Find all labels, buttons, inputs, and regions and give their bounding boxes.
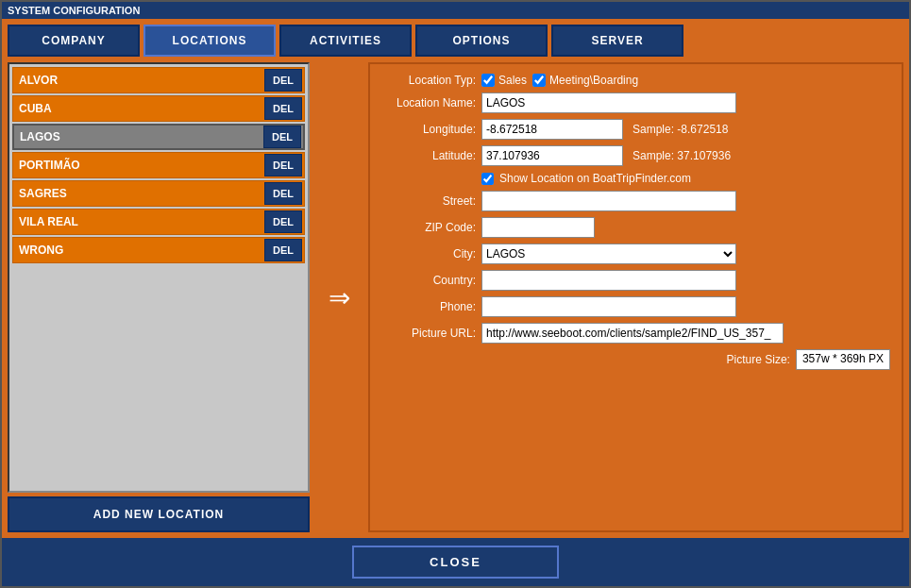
phone-input[interactable] bbox=[481, 296, 736, 317]
longitude-label: Longitude: bbox=[381, 123, 476, 136]
location-name-row: Location Name: bbox=[381, 92, 890, 113]
city-row: City: LAGOS bbox=[381, 244, 890, 264]
location-name-label: Location Name: bbox=[381, 96, 476, 109]
checkbox-meeting-container: Meeting\Boarding bbox=[532, 74, 638, 87]
picture-url-label: Picture URL: bbox=[381, 327, 476, 340]
left-panel: ALVOR DEL CUBA DEL LAGOS DEL bbox=[8, 62, 310, 532]
phone-label: Phone: bbox=[381, 300, 476, 313]
longitude-sample: Sample: -8.672518 bbox=[633, 123, 728, 136]
window-title: SYSTEM CONFIGURATION bbox=[8, 5, 140, 16]
checkbox-sales-container: Sales bbox=[481, 74, 527, 87]
checkbox-sales[interactable] bbox=[481, 74, 495, 87]
phone-row: Phone: bbox=[381, 296, 890, 317]
main-content: ALVOR DEL CUBA DEL LAGOS DEL bbox=[2, 57, 909, 538]
picture-size-value: 357w * 369h PX bbox=[796, 349, 890, 370]
list-item[interactable]: VILA REAL DEL bbox=[12, 209, 305, 235]
latitude-input[interactable] bbox=[481, 145, 623, 166]
list-item[interactable]: CUBA DEL bbox=[12, 95, 305, 122]
del-button-vilareal[interactable]: DEL bbox=[264, 210, 302, 233]
right-panel: Location Typ: Sales Meeting\Boarding Loc… bbox=[368, 62, 903, 532]
del-button-lagos[interactable]: DEL bbox=[263, 126, 301, 148]
street-label: Street: bbox=[381, 194, 476, 208]
latitude-sample: Sample: 37.107936 bbox=[633, 149, 731, 162]
picture-size-row: Picture Size: 357w * 369h PX bbox=[381, 349, 890, 370]
longitude-input[interactable] bbox=[481, 119, 623, 140]
show-location-label: Show Location on BoatTripFinder.com bbox=[499, 172, 691, 185]
location-type-label: Location Typ: bbox=[381, 74, 476, 87]
list-item[interactable]: ALVOR DEL bbox=[12, 67, 305, 93]
checkbox-sales-label: Sales bbox=[498, 74, 527, 87]
zip-label: ZIP Code: bbox=[381, 221, 476, 234]
street-row: Street: bbox=[381, 191, 890, 211]
list-item-label[interactable]: WRONG bbox=[13, 244, 264, 257]
country-label: Country: bbox=[381, 274, 476, 287]
locations-list-container: ALVOR DEL CUBA DEL LAGOS DEL bbox=[8, 62, 310, 493]
tab-company[interactable]: COMPANY bbox=[8, 25, 140, 57]
city-select[interactable]: LAGOS bbox=[481, 244, 736, 264]
show-location-row: Show Location on BoatTripFinder.com bbox=[481, 172, 890, 185]
country-input[interactable] bbox=[481, 270, 736, 291]
locations-list: ALVOR DEL CUBA DEL LAGOS DEL bbox=[9, 64, 308, 491]
zip-input[interactable] bbox=[481, 217, 595, 238]
street-input[interactable] bbox=[481, 191, 736, 211]
latitude-row: Latitude: Sample: 37.107936 bbox=[381, 145, 890, 166]
del-button-alvor[interactable]: DEL bbox=[264, 69, 302, 92]
list-item-label[interactable]: VILA REAL bbox=[13, 215, 264, 228]
list-item-label[interactable]: PORTIMÃO bbox=[13, 159, 264, 172]
show-location-checkbox[interactable] bbox=[481, 173, 494, 185]
list-item[interactable]: SAGRES DEL bbox=[12, 180, 305, 207]
picture-url-input[interactable] bbox=[481, 323, 784, 344]
list-item-label[interactable]: CUBA bbox=[13, 102, 264, 115]
del-button-portimao[interactable]: DEL bbox=[264, 154, 302, 176]
tab-server[interactable]: SERVER bbox=[551, 25, 683, 57]
checkbox-meeting-label: Meeting\Boarding bbox=[549, 74, 638, 87]
list-item-label[interactable]: LAGOS bbox=[14, 130, 263, 143]
del-button-wrong[interactable]: DEL bbox=[264, 239, 302, 261]
tab-locations[interactable]: LOCATIONS bbox=[143, 25, 276, 57]
add-new-location-button[interactable]: ADD NEW LOCATION bbox=[8, 496, 310, 532]
list-item[interactable]: WRONG DEL bbox=[12, 237, 305, 263]
arrow-indicator: ⇒ bbox=[315, 62, 363, 532]
list-item[interactable]: PORTIMÃO DEL bbox=[12, 152, 305, 178]
latitude-label: Latitude: bbox=[381, 149, 476, 162]
title-bar: SYSTEM CONFIGURATION bbox=[2, 2, 909, 19]
country-row: Country: bbox=[381, 270, 890, 291]
picture-size-label: Picture Size: bbox=[727, 353, 790, 366]
longitude-row: Longitude: Sample: -8.672518 bbox=[381, 119, 890, 140]
checkbox-meeting[interactable] bbox=[532, 74, 546, 87]
tab-bar: COMPANY LOCATIONS ACTIVITIES OPTIONS SER… bbox=[2, 19, 909, 57]
picture-url-row: Picture URL: bbox=[381, 323, 890, 344]
tab-activities[interactable]: ACTIVITIES bbox=[279, 25, 412, 57]
bottom-bar: CLOSE bbox=[2, 538, 909, 586]
main-window: SYSTEM CONFIGURATION COMPANY LOCATIONS A… bbox=[0, 0, 911, 588]
tab-options[interactable]: OPTIONS bbox=[415, 25, 548, 57]
location-type-row: Location Typ: Sales Meeting\Boarding bbox=[381, 74, 890, 87]
list-item-selected[interactable]: LAGOS DEL bbox=[12, 124, 305, 150]
list-item-label[interactable]: SAGRES bbox=[13, 187, 264, 200]
list-item-label[interactable]: ALVOR bbox=[13, 74, 264, 87]
zip-row: ZIP Code: bbox=[381, 217, 890, 238]
city-label: City: bbox=[381, 247, 476, 260]
close-button[interactable]: CLOSE bbox=[352, 546, 559, 579]
del-button-sagres[interactable]: DEL bbox=[264, 182, 302, 205]
location-name-input[interactable] bbox=[481, 92, 736, 113]
del-button-cuba[interactable]: DEL bbox=[264, 97, 302, 120]
